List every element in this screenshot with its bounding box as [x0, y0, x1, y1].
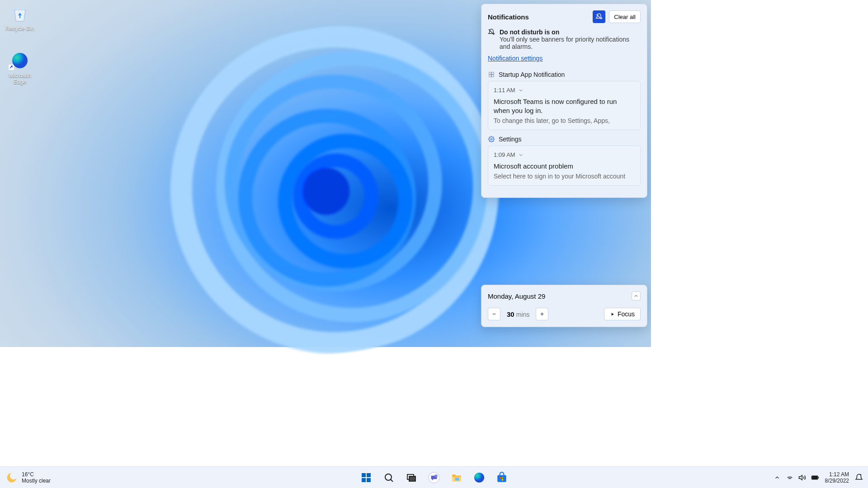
play-icon — [610, 312, 615, 317]
desktop-icon-recycle-bin[interactable]: Recycle Bin — [3, 4, 37, 32]
notification-group-app: Settings — [499, 136, 522, 143]
svg-point-1 — [12, 53, 28, 68]
notification-title: Microsoft Teams is now configured to run… — [494, 97, 635, 115]
settings-icon — [488, 136, 495, 143]
notification-time: 1:11 AM — [494, 87, 515, 94]
svg-point-7 — [491, 138, 492, 140]
dnd-title: Do not disturb is on — [500, 28, 641, 36]
calendar-panel: Monday, August 29 30 mins Focus — [481, 285, 647, 327]
focus-button[interactable]: Focus — [604, 308, 641, 320]
focus-increase-button[interactable] — [536, 308, 548, 320]
svg-rect-4 — [492, 72, 494, 75]
notification-group-app: Startup App Notification — [499, 71, 565, 78]
minus-icon — [491, 311, 497, 317]
notification-time-row[interactable]: 1:11 AM — [494, 87, 635, 94]
notifications-title: Notifications — [488, 13, 529, 21]
chevron-down-icon — [518, 88, 524, 93]
calendar-expand-button[interactable] — [632, 291, 641, 300]
desktop-icon-label: Recycle Bin — [5, 25, 34, 32]
notification-settings-link[interactable]: Notification settings — [488, 55, 542, 62]
dnd-toggle[interactable] — [593, 10, 605, 23]
notification-group-header[interactable]: Startup App Notification — [488, 71, 641, 78]
notification-group-header[interactable]: Settings — [488, 136, 641, 143]
desktop-icon-edge[interactable]: Microsoft Edge — [3, 51, 37, 85]
notification-time: 1:09 AM — [494, 151, 515, 158]
notification-card[interactable]: 1:11 AM Microsoft Teams is now configure… — [488, 81, 641, 130]
plus-icon — [539, 311, 545, 317]
desktop-icon-label: Microsoft Edge — [9, 72, 31, 85]
edge-icon — [10, 51, 30, 70]
notification-center: Notifications Clear all Do not disturb i… — [481, 4, 647, 198]
svg-rect-0 — [15, 8, 24, 10]
desktop[interactable]: Recycle Bin Microsoft Edge Notifications… — [0, 0, 651, 347]
notification-body: To change this later, go to Settings, Ap… — [494, 117, 635, 124]
notification-body: Select here to sign in to your Microsoft… — [494, 173, 635, 180]
dnd-bell-icon — [488, 28, 495, 36]
svg-rect-3 — [489, 72, 491, 75]
notification-title: Microsoft account problem — [494, 162, 635, 171]
notification-card[interactable]: 1:09 AM Microsoft account problem Select… — [488, 145, 641, 186]
focus-duration: 30 mins — [507, 310, 529, 318]
clear-all-button[interactable]: Clear all — [609, 10, 641, 23]
dnd-body: You'll only see banners for priority not… — [500, 36, 641, 50]
startup-app-icon — [488, 71, 495, 78]
recycle-bin-icon — [10, 4, 30, 23]
svg-rect-5 — [489, 75, 491, 77]
calendar-date[interactable]: Monday, August 29 — [488, 292, 545, 300]
chevron-down-icon — [518, 152, 524, 158]
notification-time-row[interactable]: 1:09 AM — [494, 151, 635, 158]
chevron-up-icon — [633, 293, 639, 299]
focus-decrease-button[interactable] — [488, 308, 500, 320]
svg-rect-6 — [492, 75, 494, 77]
